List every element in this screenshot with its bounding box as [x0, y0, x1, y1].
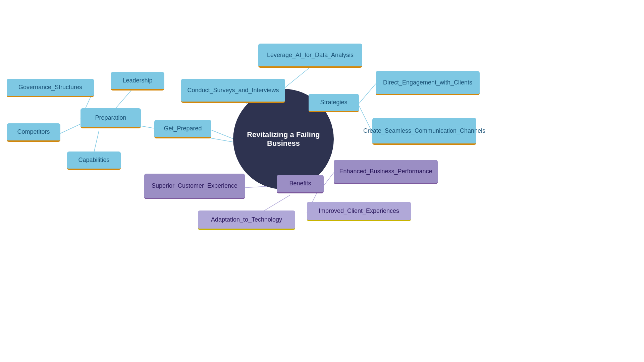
svg-line-14 [324, 173, 334, 186]
leadership-node[interactable]: Leadership [111, 72, 164, 90]
adaptation-node[interactable]: Adaptation_to_Technology [198, 210, 295, 230]
capabilities-node[interactable]: Capabilities [67, 152, 121, 170]
competitors-node[interactable]: Competitors [7, 123, 60, 142]
leverage-ai-node[interactable]: Leverage_AI_for_Data_Analysis [258, 44, 362, 68]
superior-customer-node[interactable]: Superior_Customer_Experience [144, 174, 245, 199]
create-seamless-node[interactable]: Create_Seamless_Communication_Channels [372, 118, 476, 145]
svg-line-7 [283, 67, 310, 89]
strategies-node[interactable]: Strategies [309, 94, 359, 112]
get-prepared-node[interactable]: Get_Prepared [154, 120, 211, 138]
preparation-node[interactable]: Preparation [80, 108, 141, 128]
svg-line-3 [60, 124, 80, 133]
benefits-node[interactable]: Benefits [277, 175, 324, 193]
conduct-surveys-node[interactable]: Conduct_Surveys_and_Interviews [181, 79, 285, 103]
center-label: Revitalizing a Failing Business [240, 130, 327, 148]
svg-line-9 [359, 84, 376, 104]
governance-node[interactable]: Governance_Structures [7, 79, 94, 97]
enhanced-performance-node[interactable]: Enhanced_Business_Performance [334, 160, 438, 184]
improved-client-node[interactable]: Improved_Client_Experiences [307, 202, 411, 221]
svg-line-4 [94, 131, 99, 153]
direct-engagement-node[interactable]: Direct_Engagement_with_Clients [376, 71, 480, 95]
